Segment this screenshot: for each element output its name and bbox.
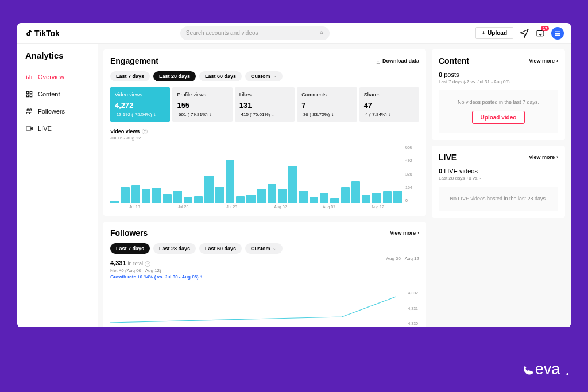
metric-delta: -4 (-7.84%) ↓ <box>364 112 415 117</box>
chart-bar <box>299 191 308 203</box>
right-column: Content View more › 0 posts Last 7 days … <box>432 49 565 321</box>
chevron-right-icon: › <box>417 230 419 236</box>
followers-view-more[interactable]: View more › <box>390 230 419 236</box>
metric-label: Likes <box>239 92 290 98</box>
svg-rect-5 <box>555 34 560 36</box>
upload-button[interactable]: + Upload <box>475 27 513 39</box>
body: Analytics Overview Content Followers LIV… <box>17 44 571 327</box>
followers-card: Followers View more › Last 7 days Last 2… <box>103 222 426 327</box>
engagement-tabs: Last 7 days Last 28 days Last 60 days Cu… <box>110 71 419 81</box>
metric-likes[interactable]: Likes 131 -415 (-76.01%) ↓ <box>235 87 295 122</box>
content-header: Content View more › <box>439 56 558 65</box>
download-data-button[interactable]: Download data <box>376 58 419 64</box>
inbox-badge: 17 <box>541 26 549 31</box>
followers-tabs: Last 7 days Last 28 days Last 60 days Cu… <box>110 243 419 254</box>
chart-title: Video views ? <box>110 129 419 134</box>
info-icon[interactable]: ? <box>145 261 150 267</box>
engagement-metrics: Video views 4,272 -13,192 (-75.54%) ↓ Pr… <box>110 87 419 122</box>
trend-down-icon: ↓ <box>153 112 156 117</box>
metric-label: Profile views <box>177 92 227 98</box>
chevron-right-icon: › <box>556 58 558 64</box>
content-empty-box: No videos posted in the last 7 days. Upl… <box>439 90 558 133</box>
chart-bar <box>204 176 213 203</box>
tab-last-7[interactable]: Last 7 days <box>110 71 150 81</box>
live-view-more[interactable]: View more › <box>529 154 558 160</box>
tab-custom[interactable]: Custom <box>245 71 283 81</box>
followers-header: Followers View more › <box>110 228 419 238</box>
info-icon[interactable]: ? <box>142 129 148 134</box>
search-placeholder: Search accounts and videos <box>186 30 316 36</box>
chevron-right-icon: › <box>556 154 558 160</box>
sidebar-item-content[interactable]: Content <box>25 86 90 103</box>
chart-bar <box>163 194 171 203</box>
metric-video-views[interactable]: Video views 4,272 -13,192 (-75.54%) ↓ <box>110 87 170 122</box>
upload-video-button[interactable]: Upload video <box>472 111 525 124</box>
tab-last-7[interactable]: Last 7 days <box>110 243 150 254</box>
chart-bar <box>341 187 350 203</box>
metric-comments[interactable]: Comments 7 -36 (-83.72%) ↓ <box>297 87 357 122</box>
sidebar-item-label: Content <box>38 91 60 98</box>
svg-rect-9 <box>30 95 32 97</box>
sidebar-item-overview[interactable]: Overview <box>25 68 90 86</box>
chart-bar <box>330 198 339 203</box>
inbox-icon[interactable]: 17 <box>535 28 546 38</box>
chart-bar <box>268 184 276 203</box>
chart-bar <box>194 196 203 203</box>
followers-title: Followers <box>110 228 148 238</box>
tab-last-28[interactable]: Last 28 days <box>153 71 196 81</box>
svg-point-11 <box>30 109 32 111</box>
search-icon[interactable] <box>316 29 324 37</box>
avatar[interactable] <box>551 27 564 40</box>
chart-bar <box>278 189 287 203</box>
tab-last-60[interactable]: Last 60 days <box>199 243 242 254</box>
live-title: LIVE <box>439 153 457 162</box>
sidebar-item-live[interactable]: LIVE <box>25 120 90 137</box>
followers-date-range: Aug 06 - Aug 12 <box>386 256 419 261</box>
svg-rect-7 <box>30 91 32 94</box>
engagement-card: Engagement Download data Last 7 days Las… <box>103 49 426 216</box>
send-icon[interactable] <box>519 28 529 38</box>
tab-last-60[interactable]: Last 60 days <box>199 71 242 81</box>
metric-shares[interactable]: Shares 47 -4 (-7.84%) ↓ <box>359 87 419 122</box>
svg-rect-12 <box>26 127 31 130</box>
tab-last-28[interactable]: Last 28 days <box>153 243 196 254</box>
chart-bar <box>121 187 129 203</box>
chart-bar <box>362 195 370 203</box>
users-icon <box>25 107 33 115</box>
sidebar-item-label: LIVE <box>38 125 52 132</box>
upload-label: Upload <box>488 30 507 36</box>
trend-up-icon: ↑ <box>200 274 202 280</box>
chart-bar <box>393 191 402 203</box>
engagement-title: Engagement <box>110 56 158 65</box>
tiktok-icon <box>24 29 33 38</box>
svg-rect-4 <box>555 33 560 34</box>
trend-down-icon: ↓ <box>389 112 391 117</box>
svg-rect-6 <box>26 91 29 94</box>
svg-rect-3 <box>555 31 560 32</box>
live-card: LIVE View more › 0 LIVE videos Last 28 d… <box>432 146 565 218</box>
chart-bar <box>288 166 297 203</box>
metric-delta: -415 (-76.01%) ↓ <box>239 112 290 117</box>
chart-range: Jul 16 - Aug 12 <box>110 135 419 141</box>
search-box[interactable]: Search accounts and videos <box>180 26 330 40</box>
trend-down-icon: ↓ <box>272 112 274 117</box>
content-view-more[interactable]: View more › <box>529 58 558 64</box>
sidebar-item-followers[interactable]: Followers <box>25 103 90 120</box>
line-chart: 4,332 4,331 4,330 <box>110 291 419 325</box>
live-header: LIVE View more › <box>439 153 558 162</box>
metric-value: 4,272 <box>115 101 165 110</box>
tab-custom[interactable]: Custom <box>245 243 283 254</box>
chart-bar <box>226 160 234 203</box>
live-count: 0 LIVE videos <box>439 168 558 174</box>
metric-value: 7 <box>301 101 352 110</box>
chart-bar <box>173 191 182 203</box>
brand-logo[interactable]: TikTok <box>24 29 60 38</box>
content-sub: Last 7 days (-2 vs. Jul 31 - Aug 06) <box>439 79 558 84</box>
sidebar-item-label: Followers <box>38 108 65 115</box>
chart-bar <box>310 197 318 203</box>
live-empty-box: No LIVE videos hosted in the last 28 day… <box>439 187 558 211</box>
metric-profile-views[interactable]: Profile views 155 -601 (-79.81%) ↓ <box>172 87 232 122</box>
brand-text: TikTok <box>34 29 60 38</box>
engagement-header: Engagement Download data <box>110 56 419 65</box>
trend-down-icon: ↓ <box>210 112 212 117</box>
